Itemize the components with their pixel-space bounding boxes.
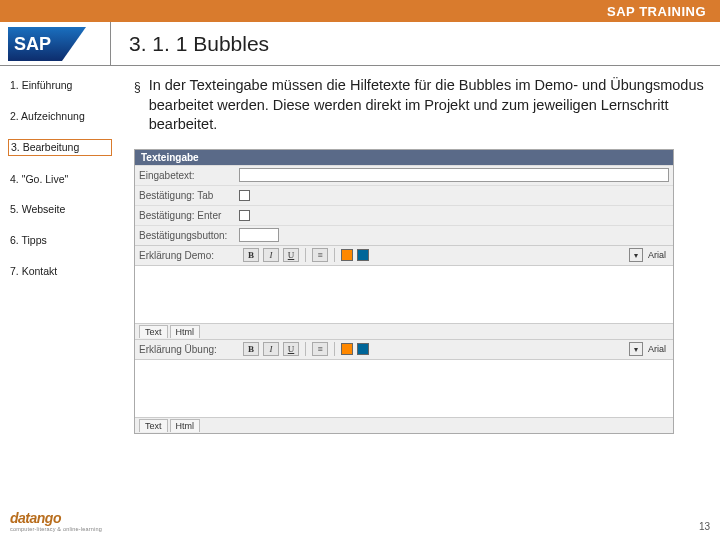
sap-logo: SAP — [0, 27, 110, 61]
textarea-uebung[interactable] — [135, 359, 673, 417]
nav-item-5[interactable]: 5. Webseite — [8, 202, 112, 217]
nav-item-1[interactable]: 1. Einführung — [8, 78, 112, 93]
toolbar-demo: Erklärung Demo: B I U ≡ ▾ Arial — [135, 245, 673, 265]
color-swatch-1[interactable] — [341, 249, 353, 261]
underline-button-2[interactable]: U — [283, 342, 299, 356]
checkbox-tab[interactable] — [239, 190, 250, 201]
tab-html-2[interactable]: Html — [170, 419, 201, 432]
bullet-text: In der Texteingabe müssen die Hilfetexte… — [149, 76, 706, 135]
row-eingabetext: Eingabetext: — [135, 165, 673, 185]
font-selected-2: Arial — [645, 344, 669, 354]
toolbar-uebung: Erklärung Übung: B I U ≡ ▾ Arial — [135, 339, 673, 359]
separator-icon — [305, 342, 306, 356]
dialog-title: Texteingabe — [135, 150, 673, 165]
color-swatch-4[interactable] — [357, 343, 369, 355]
slide-heading: 3. 1. 1 Bubbles — [110, 22, 720, 65]
nav-item-6[interactable]: 6. Tipps — [8, 233, 112, 248]
checkbox-enter[interactable] — [239, 210, 250, 221]
title-bar: SAP TRAINING — [0, 0, 720, 22]
input-eingabetext[interactable] — [239, 168, 669, 182]
font-dropdown[interactable]: ▾ Arial — [629, 248, 669, 262]
tab-html[interactable]: Html — [170, 325, 201, 338]
separator-icon — [305, 248, 306, 262]
input-best-button[interactable] — [239, 228, 279, 242]
color-swatch-2[interactable] — [357, 249, 369, 261]
italic-button[interactable]: I — [263, 248, 279, 262]
tabs-uebung: Text Html — [135, 417, 673, 433]
bold-button-2[interactable]: B — [243, 342, 259, 356]
nav-item-2[interactable]: 2. Aufzeichnung — [8, 109, 112, 124]
separator-icon — [334, 248, 335, 262]
list-button[interactable]: ≡ — [312, 248, 328, 262]
slide-body: 1. Einführung 2. Aufzeichnung 3. Bearbei… — [0, 66, 720, 506]
chevron-down-icon[interactable]: ▾ — [629, 342, 643, 356]
label-best-enter: Bestätigung: Enter — [139, 210, 239, 221]
label-erkl-demo: Erklärung Demo: — [139, 250, 239, 261]
separator-icon — [334, 342, 335, 356]
label-erkl-uebung: Erklärung Übung: — [139, 344, 239, 355]
tab-text[interactable]: Text — [139, 325, 168, 338]
tab-text-2[interactable]: Text — [139, 419, 168, 432]
font-dropdown-2[interactable]: ▾ Arial — [629, 342, 669, 356]
texteingabe-dialog: Texteingabe Eingabetext: Bestätigung: Ta… — [134, 149, 674, 434]
color-swatch-3[interactable] — [341, 343, 353, 355]
bullet-icon: § — [134, 79, 141, 135]
italic-button-2[interactable]: I — [263, 342, 279, 356]
font-selected: Arial — [645, 250, 669, 260]
slide-page: SAP TRAINING SAP 3. 1. 1 Bubbles 1. Einf… — [0, 0, 720, 540]
list-button-2[interactable]: ≡ — [312, 342, 328, 356]
label-best-tab: Bestätigung: Tab — [139, 190, 239, 201]
sap-logo-icon: SAP — [8, 27, 86, 61]
content-area: § In der Texteingabe müssen die Hilfetex… — [118, 66, 720, 506]
label-eingabetext: Eingabetext: — [139, 170, 239, 181]
datango-logo: datango — [10, 510, 102, 526]
textarea-demo[interactable] — [135, 265, 673, 323]
header-row: SAP 3. 1. 1 Bubbles — [0, 22, 720, 66]
label-best-button: Bestätigungsbutton: — [139, 230, 239, 241]
row-enter: Bestätigung: Enter — [135, 205, 673, 225]
tabs-demo: Text Html — [135, 323, 673, 339]
bullet-paragraph: § In der Texteingabe müssen die Hilfetex… — [134, 76, 706, 135]
nav-item-3[interactable]: 3. Bearbeitung — [8, 139, 112, 156]
bold-button[interactable]: B — [243, 248, 259, 262]
footer-logo: datango computer-literacy & online-learn… — [10, 510, 102, 532]
row-button: Bestätigungsbutton: — [135, 225, 673, 245]
chevron-down-icon[interactable]: ▾ — [629, 248, 643, 262]
nav-item-7[interactable]: 7. Kontakt — [8, 264, 112, 279]
underline-button[interactable]: U — [283, 248, 299, 262]
nav-item-4[interactable]: 4. "Go. Live" — [8, 172, 112, 187]
row-tab: Bestätigung: Tab — [135, 185, 673, 205]
page-number: 13 — [699, 521, 710, 532]
svg-text:SAP: SAP — [14, 34, 51, 54]
sidebar: 1. Einführung 2. Aufzeichnung 3. Bearbei… — [0, 66, 118, 506]
app-title: SAP TRAINING — [607, 4, 706, 19]
datango-tagline: computer-literacy & online-learning — [10, 526, 102, 532]
